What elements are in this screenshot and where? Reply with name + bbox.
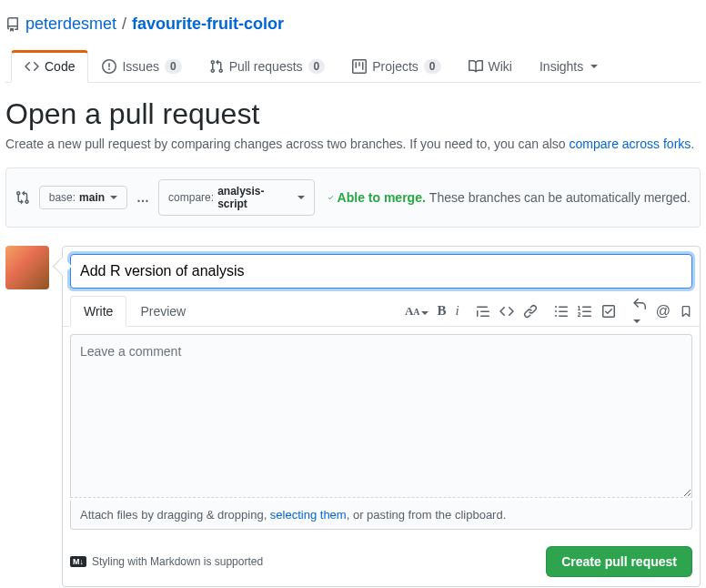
tab-code-label: Code <box>45 59 75 74</box>
merge-detail: These branches can be automatically merg… <box>429 190 691 205</box>
tab-pulls[interactable]: Pull requests 0 <box>196 50 339 82</box>
tab-insights-label: Insights <box>540 59 583 74</box>
tab-wiki-label: Wiki <box>489 59 512 74</box>
code-icon <box>25 59 39 74</box>
projects-count: 0 <box>424 59 441 74</box>
create-pr-button[interactable]: Create pull request <box>546 546 692 577</box>
comment-box: Write Preview AA B i <box>62 246 701 587</box>
avatar[interactable] <box>5 246 49 289</box>
compare-forks-link[interactable]: compare across forks <box>569 137 691 151</box>
issues-count: 0 <box>165 59 182 74</box>
repo-owner-link[interactable]: peterdesmet <box>25 15 116 34</box>
code-tool[interactable] <box>499 304 514 319</box>
saved-reply-tool[interactable] <box>680 304 692 319</box>
issue-icon <box>102 59 116 74</box>
merge-status: Able to merge. These branches can be aut… <box>328 190 691 205</box>
tab-issues-label: Issues <box>122 59 158 74</box>
git-compare-icon <box>15 190 30 205</box>
link-tool[interactable] <box>523 304 538 319</box>
tab-issues[interactable]: Issues 0 <box>88 50 195 82</box>
markdown-hint[interactable]: M↓ Styling with Markdown is supported <box>70 555 263 568</box>
page-subtitle: Create a new pull request by comparing c… <box>5 137 701 151</box>
tab-projects-label: Projects <box>372 59 419 74</box>
ul-tool[interactable] <box>554 304 569 319</box>
project-icon <box>352 59 367 74</box>
pr-title-input[interactable] <box>70 254 692 289</box>
repo-tabs: Code Issues 0 Pull requests 0 Projects 0… <box>5 50 701 83</box>
write-tab[interactable]: Write <box>70 296 126 327</box>
bold-tool[interactable]: B <box>438 303 447 319</box>
merge-able-label: Able to merge. <box>338 190 426 205</box>
tab-projects[interactable]: Projects 0 <box>338 50 454 82</box>
ellipsis: … <box>136 190 149 205</box>
heading-tool[interactable]: AA <box>405 304 429 319</box>
repo-breadcrumb: peterdesmet / favourite-fruit-color <box>5 15 701 34</box>
chevron-down-icon <box>298 196 305 199</box>
tab-wiki[interactable]: Wiki <box>455 50 526 82</box>
italic-tool[interactable]: i <box>456 303 459 319</box>
base-branch-select[interactable]: base: main <box>39 186 127 209</box>
chevron-down-icon <box>590 65 598 68</box>
ol-tool[interactable] <box>578 304 592 319</box>
mention-tool[interactable]: @ <box>656 303 671 319</box>
quote-tool[interactable] <box>476 304 490 319</box>
pr-form: Write Preview AA B i <box>5 246 701 587</box>
attach-hint[interactable]: Attach files by dragging & dropping, sel… <box>70 501 692 530</box>
reply-tool[interactable] <box>632 297 647 326</box>
markdown-icon: M↓ <box>70 556 86 567</box>
tasklist-tool[interactable] <box>601 304 616 319</box>
branch-compare-bar: base: main … compare: analysis-script Ab… <box>5 167 701 228</box>
tab-code[interactable]: Code <box>11 50 88 83</box>
comment-textarea[interactable] <box>70 334 692 498</box>
select-files-link[interactable]: selecting them <box>270 508 347 522</box>
md-toolbar: AA B i <box>405 297 692 326</box>
tab-insights[interactable]: Insights <box>526 50 611 82</box>
tab-pulls-label: Pull requests <box>229 59 303 74</box>
path-separator: / <box>122 15 126 34</box>
preview-tab[interactable]: Preview <box>126 296 199 327</box>
pulls-count: 0 <box>308 59 326 74</box>
check-icon <box>328 191 334 204</box>
chevron-down-icon <box>110 196 117 199</box>
compare-branch-select[interactable]: compare: analysis-script <box>158 179 314 216</box>
git-pull-request-icon <box>209 59 224 74</box>
repo-icon <box>5 17 20 32</box>
book-icon <box>469 59 483 74</box>
repo-name-link[interactable]: favourite-fruit-color <box>132 15 284 34</box>
page-title: Open a pull request <box>5 97 701 131</box>
